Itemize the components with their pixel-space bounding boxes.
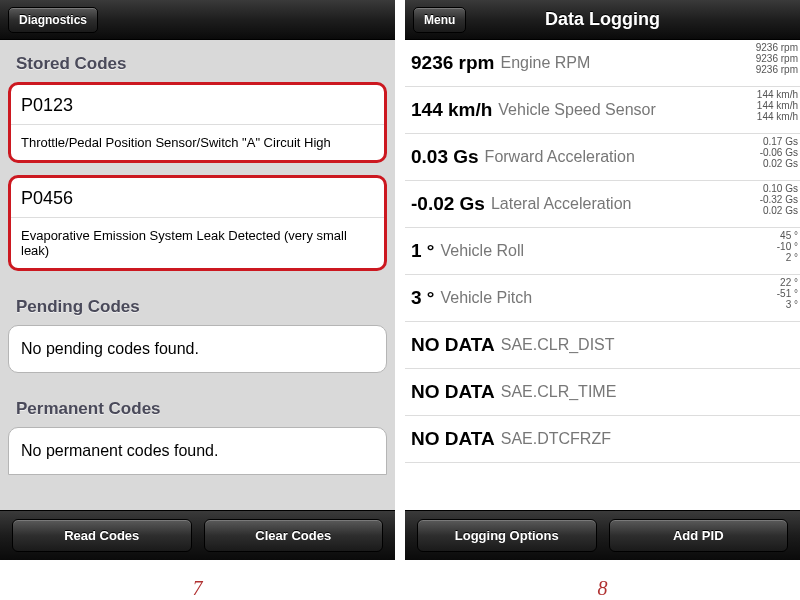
data-history: 144 km/h144 km/h144 km/h	[757, 87, 798, 122]
dtc-description: Throttle/Pedal Position Sensor/Switch "A…	[11, 125, 384, 160]
pending-codes-header: Pending Codes	[0, 283, 395, 325]
data-value: -0.02 Gs	[411, 193, 485, 215]
dtc-description: Evaporative Emission System Leak Detecte…	[11, 218, 384, 268]
data-row[interactable]: 9236 rpmEngine RPM9236 rpm9236 rpm9236 r…	[405, 40, 800, 87]
add-pid-button[interactable]: Add PID	[609, 519, 789, 552]
clear-codes-button[interactable]: Clear Codes	[204, 519, 384, 552]
stored-codes-header: Stored Codes	[0, 40, 395, 82]
data-label: Forward Acceleration	[485, 148, 635, 166]
data-history: 0.10 Gs-0.32 Gs0.02 Gs	[760, 181, 798, 216]
read-codes-button[interactable]: Read Codes	[12, 519, 192, 552]
data-label: Lateral Acceleration	[491, 195, 632, 213]
diagnostics-screen: Diagnostics Stored Codes P0123 Throttle/…	[0, 0, 395, 560]
data-row[interactable]: 1 °Vehicle Roll45 °-10 °2 °	[405, 228, 800, 275]
data-label: SAE.CLR_TIME	[501, 383, 617, 401]
data-row[interactable]: NO DATASAE.DTCFRZF	[405, 416, 800, 463]
data-label: SAE.DTCFRZF	[501, 430, 611, 448]
navbar-left: Diagnostics	[0, 0, 395, 40]
data-label: Vehicle Speed Sensor	[498, 101, 655, 119]
data-label: SAE.CLR_DIST	[501, 336, 615, 354]
data-value: 9236 rpm	[411, 52, 494, 74]
dtc-code: P0456	[11, 178, 384, 218]
permanent-codes-card: No permanent codes found.	[8, 427, 387, 475]
data-row[interactable]: NO DATASAE.CLR_DIST	[405, 322, 800, 369]
permanent-codes-header: Permanent Codes	[0, 385, 395, 427]
navbar-right: Menu Data Logging	[405, 0, 800, 40]
data-row[interactable]: NO DATASAE.CLR_TIME	[405, 369, 800, 416]
stored-code-card[interactable]: P0123 Throttle/Pedal Position Sensor/Swi…	[8, 82, 387, 163]
stored-code-card[interactable]: P0456 Evaporative Emission System Leak D…	[8, 175, 387, 271]
diagnostics-scroll[interactable]: Stored Codes P0123 Throttle/Pedal Positi…	[0, 40, 395, 510]
data-label: Vehicle Pitch	[440, 289, 532, 307]
data-value: 144 km/h	[411, 99, 492, 121]
data-history: 22 °-51 °3 °	[777, 275, 798, 310]
bottom-toolbar-right: Logging Options Add PID	[405, 510, 800, 560]
data-history: 0.17 Gs-0.06 Gs0.02 Gs	[760, 134, 798, 169]
data-history: 45 °-10 °2 °	[777, 228, 798, 263]
data-value: 1 °	[411, 240, 434, 262]
bottom-toolbar-left: Read Codes Clear Codes	[0, 510, 395, 560]
data-logging-screen: Menu Data Logging 9236 rpmEngine RPM9236…	[405, 0, 800, 560]
data-history: 9236 rpm9236 rpm9236 rpm	[756, 40, 798, 75]
data-row[interactable]: 0.03 GsForward Acceleration0.17 Gs-0.06 …	[405, 134, 800, 181]
dtc-code: P0123	[11, 85, 384, 125]
pending-empty-msg: No pending codes found.	[9, 326, 386, 372]
data-value: 3 °	[411, 287, 434, 309]
data-row[interactable]: 144 km/hVehicle Speed Sensor144 km/h144 …	[405, 87, 800, 134]
menu-button[interactable]: Menu	[413, 7, 466, 33]
logging-options-button[interactable]: Logging Options	[417, 519, 597, 552]
data-row[interactable]: -0.02 GsLateral Acceleration0.10 Gs-0.32…	[405, 181, 800, 228]
data-logging-scroll[interactable]: 9236 rpmEngine RPM9236 rpm9236 rpm9236 r…	[405, 40, 800, 510]
data-value: 0.03 Gs	[411, 146, 479, 168]
back-button-diagnostics[interactable]: Diagnostics	[8, 7, 98, 33]
data-value: NO DATA	[411, 428, 495, 450]
data-label: Engine RPM	[500, 54, 590, 72]
pending-codes-card: No pending codes found.	[8, 325, 387, 373]
permanent-empty-msg: No permanent codes found.	[9, 428, 386, 474]
data-value: NO DATA	[411, 334, 495, 356]
data-label: Vehicle Roll	[440, 242, 524, 260]
data-value: NO DATA	[411, 381, 495, 403]
data-row[interactable]: 3 °Vehicle Pitch22 °-51 °3 °	[405, 275, 800, 322]
